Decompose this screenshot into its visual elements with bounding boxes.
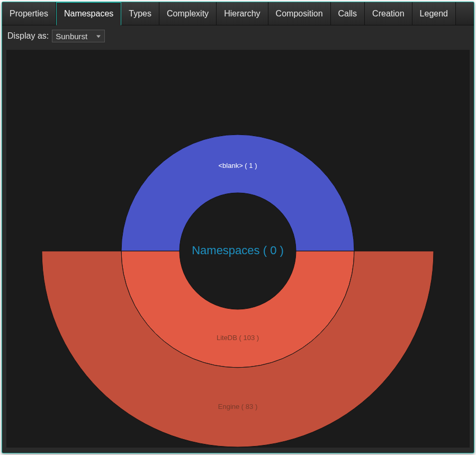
display-as-value: Sunburst bbox=[56, 32, 87, 41]
tab-namespaces[interactable]: Namespaces bbox=[56, 2, 121, 25]
tab-label: Complexity bbox=[167, 9, 209, 19]
tab-bar: Properties Namespaces Types Complexity H… bbox=[2, 2, 474, 25]
display-as-select[interactable]: Sunburst bbox=[52, 30, 105, 42]
tab-hierarchy[interactable]: Hierarchy bbox=[217, 2, 268, 25]
arc-label-blank: <blank> ( 1 ) bbox=[219, 162, 257, 169]
arc-label-engine: Engine ( 83 ) bbox=[218, 403, 257, 411]
app-window: Properties Namespaces Types Complexity H… bbox=[2, 2, 474, 453]
chart-center-label: Namespaces ( 0 ) bbox=[192, 244, 284, 257]
tab-label: Calls bbox=[338, 9, 357, 19]
sunburst-chart: Namespaces ( 0 ) <blank> ( 1 ) LiteDB ( … bbox=[6, 50, 470, 448]
sunburst-svg: Namespaces ( 0 ) <blank> ( 1 ) LiteDB ( … bbox=[6, 50, 470, 448]
tab-types[interactable]: Types bbox=[121, 2, 159, 25]
tab-composition[interactable]: Composition bbox=[268, 2, 331, 25]
tab-calls[interactable]: Calls bbox=[331, 2, 365, 25]
tab-complexity[interactable]: Complexity bbox=[159, 2, 217, 25]
tab-legend[interactable]: Legend bbox=[412, 2, 456, 25]
tab-label: Legend bbox=[420, 9, 448, 19]
tab-creation[interactable]: Creation bbox=[365, 2, 412, 25]
tab-label: Properties bbox=[10, 9, 48, 19]
arc-label-litedb: LiteDB ( 103 ) bbox=[217, 334, 259, 342]
tab-label: Creation bbox=[372, 9, 404, 19]
tab-label: Types bbox=[129, 9, 151, 19]
arc-blank[interactable] bbox=[121, 135, 354, 251]
tab-properties[interactable]: Properties bbox=[2, 2, 56, 25]
display-as-label: Display as: bbox=[7, 31, 49, 41]
toolbar: Display as: Sunburst bbox=[2, 25, 474, 47]
tab-label: Composition bbox=[276, 9, 323, 19]
tab-label: Namespaces bbox=[64, 9, 113, 19]
tab-label: Hierarchy bbox=[224, 9, 260, 19]
